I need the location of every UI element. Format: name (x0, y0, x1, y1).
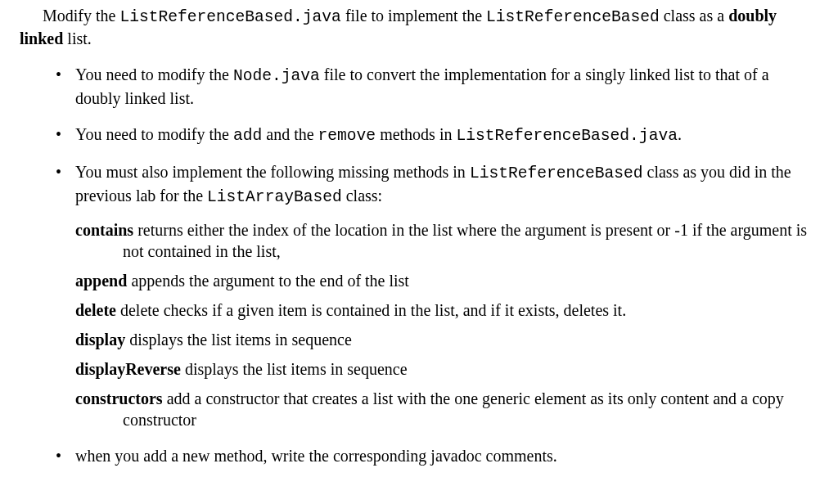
method-term: display (75, 331, 125, 349)
method-term: displayReverse (75, 360, 181, 378)
filename: Node.java (233, 67, 320, 85)
text: Modify the (43, 7, 119, 25)
classname: ListReferenceBased (470, 164, 643, 182)
bullet-item-2: You need to modify the add and the remov… (61, 124, 818, 146)
method-term: constructors (75, 389, 163, 407)
text: list. (63, 29, 91, 47)
bullet-item-3: You must also implement the following mi… (61, 161, 818, 430)
text: . (678, 125, 682, 143)
method-desc: appends the argument to the end of the l… (127, 272, 409, 290)
method-contains: contains returns either the index of the… (75, 219, 818, 262)
classname: ListReferenceBased (486, 8, 660, 26)
method-desc: add a constructor that creates a list wi… (123, 389, 784, 429)
text: You need to modify the (75, 65, 233, 83)
text: and the (262, 125, 318, 143)
method-desc: displays the list items in sequence (181, 360, 408, 378)
classname: ListArrayBased (207, 188, 342, 206)
filename: ListReferenceBased.java (456, 127, 677, 145)
method-desc: displays the list items in sequence (125, 331, 352, 349)
text: methods in (376, 125, 456, 143)
method-display: display displays the list items in seque… (75, 329, 818, 350)
method-constructors: constructors add a constructor that crea… (75, 388, 818, 430)
text: file to implement the (341, 7, 486, 25)
text: when you add a new method, write the cor… (75, 447, 557, 465)
method-definition-list: contains returns either the index of the… (75, 219, 818, 430)
method-append: append appends the argument to the end o… (75, 270, 818, 291)
intro-paragraph: Modify the ListReferenceBased.java file … (20, 5, 818, 49)
bullet-item-4: when you add a new method, write the cor… (61, 445, 818, 466)
text: You must also implement the following mi… (75, 163, 470, 181)
method-term: delete (75, 301, 116, 319)
document-page: Modify the ListReferenceBased.java file … (0, 0, 838, 489)
text: You need to modify the (75, 125, 233, 143)
method-name: add (233, 127, 262, 145)
method-term: append (75, 272, 127, 290)
filename: ListReferenceBased.java (119, 8, 340, 26)
text: class: (342, 187, 382, 205)
text: class as a (660, 7, 728, 25)
bullet-item-1: You need to modify the Node.java file to… (61, 64, 818, 108)
method-name: remove (318, 127, 376, 145)
method-displayReverse: displayReverse displays the list items i… (75, 358, 818, 380)
method-desc: delete checks if a given item is contain… (116, 301, 626, 319)
method-desc: returns either the index of the location… (123, 221, 807, 260)
method-delete: delete delete checks if a given item is … (75, 299, 818, 321)
method-term: contains (75, 221, 133, 239)
bullet-list: You need to modify the Node.java file to… (20, 64, 818, 466)
